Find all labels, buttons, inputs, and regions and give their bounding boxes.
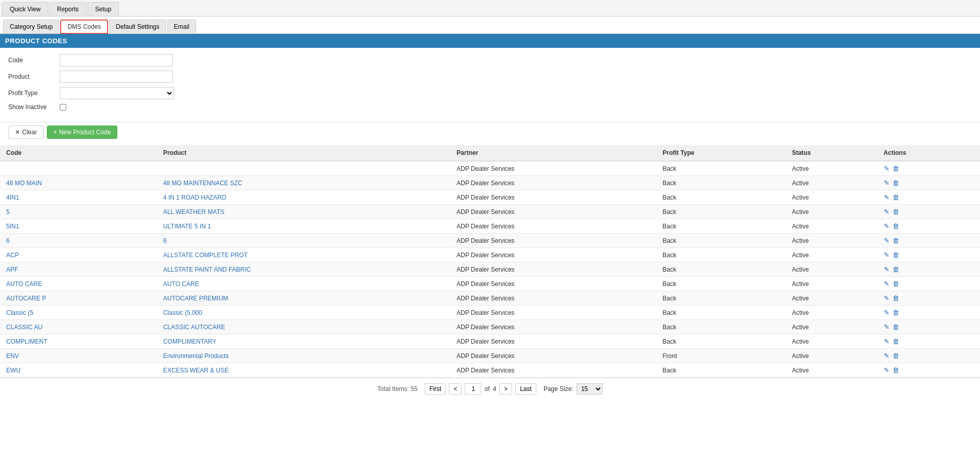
product-link[interactable]: ALL WEATHER MATS xyxy=(163,208,224,216)
edit-icon[interactable]: ✎ xyxy=(884,323,889,331)
product-link[interactable]: ALLSTATE PAINT AND FABRIC xyxy=(163,266,251,273)
cell-code: Classic (5 xyxy=(0,306,157,320)
section-header: PRODUCT CODES xyxy=(0,34,980,48)
edit-icon[interactable]: ✎ xyxy=(884,222,889,230)
delete-icon[interactable]: 🗑 xyxy=(892,309,899,316)
code-link[interactable]: 5IN1 xyxy=(6,223,19,230)
product-link[interactable]: ALLSTATE COMPLETE PROT xyxy=(163,252,248,259)
product-link[interactable]: ULTIMATE 5 IN 1 xyxy=(163,223,211,230)
cell-code: 5IN1 xyxy=(0,219,157,234)
delete-icon[interactable]: 🗑 xyxy=(892,337,899,345)
next-page-button[interactable]: > xyxy=(499,383,512,395)
page-size-select[interactable]: 15 25 50 100 xyxy=(576,383,603,395)
delete-icon[interactable]: 🗑 xyxy=(892,165,899,172)
edit-icon[interactable]: ✎ xyxy=(884,193,889,201)
code-link[interactable]: EWU xyxy=(6,367,21,374)
table-row: AUTOCARE PAUTOCARE PREMIUMADP Dealer Ser… xyxy=(0,291,980,306)
code-link[interactable]: ACP xyxy=(6,252,19,259)
cell-product: AUTO CARE xyxy=(157,277,450,291)
edit-icon[interactable]: ✎ xyxy=(884,337,889,345)
delete-icon[interactable]: 🗑 xyxy=(892,179,899,187)
tab-email[interactable]: Email xyxy=(167,20,196,33)
page-number-input[interactable] xyxy=(465,383,481,395)
pagination: Total Items: 55 First < of 4 > Last Page… xyxy=(0,378,980,400)
edit-icon[interactable]: ✎ xyxy=(884,237,889,244)
edit-icon[interactable]: ✎ xyxy=(884,352,889,360)
product-input[interactable] xyxy=(60,70,173,83)
code-input[interactable] xyxy=(60,54,173,66)
first-page-button[interactable]: First xyxy=(425,383,446,395)
total-pages: 4 xyxy=(493,385,496,393)
tab-category-setup[interactable]: Category Setup xyxy=(3,20,59,33)
delete-icon[interactable]: 🗑 xyxy=(892,251,899,259)
code-link[interactable]: APF xyxy=(6,266,18,273)
delete-icon[interactable]: 🗑 xyxy=(892,208,899,216)
product-link[interactable]: Classic (5,000 xyxy=(163,309,202,316)
code-link[interactable]: ENV xyxy=(6,352,19,360)
cell-profit-type: Back xyxy=(656,176,785,190)
code-label: Code xyxy=(8,57,60,64)
product-link[interactable]: 48 MO MAINTENNACE SZC xyxy=(163,180,242,187)
delete-icon[interactable]: 🗑 xyxy=(892,294,899,302)
cell-partner: ADP Dealer Services xyxy=(450,190,656,205)
cell-actions: ✎🗑 xyxy=(878,161,980,176)
delete-icon[interactable]: 🗑 xyxy=(892,366,899,374)
product-link[interactable]: CLASSIC AUTOCARE xyxy=(163,324,225,331)
cell-profit-type: Back xyxy=(656,320,785,334)
tab-reports[interactable]: Reports xyxy=(49,2,86,16)
code-link[interactable]: CLASSIC AU xyxy=(6,324,43,331)
cell-product: 4 IN 1 ROAD HAZARD xyxy=(157,190,450,205)
edit-icon[interactable]: ✎ xyxy=(884,251,889,259)
cell-code: EWU xyxy=(0,363,157,378)
tab-setup[interactable]: Setup xyxy=(87,2,119,16)
cell-status: Active xyxy=(786,234,878,248)
product-link[interactable]: AUTOCARE PREMIUM xyxy=(163,295,228,302)
cell-partner: ADP Dealer Services xyxy=(450,234,656,248)
clear-button[interactable]: ✕ Clear xyxy=(8,126,44,139)
code-link[interactable]: Classic (5 xyxy=(6,309,33,316)
delete-icon[interactable]: 🗑 xyxy=(892,237,899,244)
cell-status: Active xyxy=(786,205,878,219)
code-link[interactable]: 5 xyxy=(6,208,10,216)
tab-dms-codes[interactable]: DMS Codes xyxy=(60,20,108,34)
tab-quick-view[interactable]: Quick View xyxy=(2,2,48,16)
delete-icon[interactable]: 🗑 xyxy=(892,323,899,331)
edit-icon[interactable]: ✎ xyxy=(884,294,889,302)
edit-icon[interactable]: ✎ xyxy=(884,179,889,187)
delete-icon[interactable]: 🗑 xyxy=(892,352,899,360)
profit-type-select[interactable]: Back Front xyxy=(60,87,174,99)
new-product-code-button[interactable]: + New Product Code xyxy=(47,126,118,139)
code-link[interactable]: 4IN1 xyxy=(6,194,19,201)
col-product: Product xyxy=(157,145,450,161)
edit-icon[interactable]: ✎ xyxy=(884,165,889,172)
product-link[interactable]: EXCESS WEAR & USE xyxy=(163,367,229,374)
tab-default-settings[interactable]: Default Settings xyxy=(109,20,166,33)
code-link[interactable]: 48 MO MAIN xyxy=(6,180,42,187)
edit-icon[interactable]: ✎ xyxy=(884,366,889,374)
code-link[interactable]: AUTOCARE P xyxy=(6,295,46,302)
delete-icon[interactable]: 🗑 xyxy=(892,222,899,230)
code-link[interactable]: COMPLIMENT xyxy=(6,338,47,345)
cell-profit-type: Back xyxy=(656,161,785,176)
code-link[interactable]: AUTO CARE xyxy=(6,280,42,288)
last-page-button[interactable]: Last xyxy=(515,383,536,395)
edit-icon[interactable]: ✎ xyxy=(884,265,889,273)
product-link[interactable]: Environmental Products xyxy=(163,352,229,360)
cell-code xyxy=(0,161,157,176)
product-link[interactable]: 4 IN 1 ROAD HAZARD xyxy=(163,194,226,201)
product-codes-table-container: Code Product Partner Profit Type Status … xyxy=(0,145,980,378)
edit-icon[interactable]: ✎ xyxy=(884,280,889,288)
product-link[interactable]: AUTO CARE xyxy=(163,280,199,288)
delete-icon[interactable]: 🗑 xyxy=(892,280,899,288)
product-link[interactable]: COMPLIMENTARY xyxy=(163,338,217,345)
show-inactive-checkbox[interactable] xyxy=(60,104,66,111)
product-link[interactable]: 6 xyxy=(163,237,167,244)
edit-icon[interactable]: ✎ xyxy=(884,309,889,316)
delete-icon[interactable]: 🗑 xyxy=(892,193,899,201)
edit-icon[interactable]: ✎ xyxy=(884,208,889,216)
delete-icon[interactable]: 🗑 xyxy=(892,265,899,273)
cell-partner: ADP Dealer Services xyxy=(450,291,656,306)
cell-status: Active xyxy=(786,262,878,277)
code-link[interactable]: 6 xyxy=(6,237,10,244)
prev-page-button[interactable]: < xyxy=(449,383,462,395)
